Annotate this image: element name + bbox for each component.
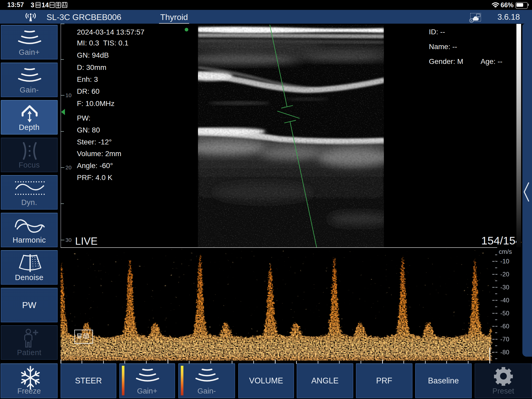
svg-text:3: 3 xyxy=(31,1,34,9)
svg-text:14: 14 xyxy=(42,1,49,9)
